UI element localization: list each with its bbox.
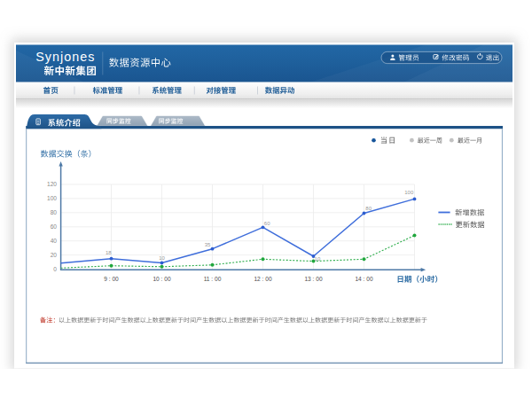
svg-text:12 : 00: 12 : 00 (254, 276, 271, 282)
svg-text:10: 10 (159, 255, 165, 261)
svg-text:80: 80 (51, 209, 58, 215)
svg-text:60: 60 (51, 223, 58, 230)
svg-text:18: 18 (106, 250, 112, 255)
svg-text:9 : 00: 9 : 00 (104, 276, 119, 282)
svg-text:120: 120 (47, 181, 57, 187)
svg-text:20: 20 (51, 252, 58, 258)
svg-text:Synjones: Synjones (35, 50, 95, 64)
svg-text:40: 40 (51, 238, 58, 244)
svg-text:0: 0 (53, 266, 57, 272)
svg-text:35: 35 (205, 242, 211, 247)
svg-text:14 : 00: 14 : 00 (355, 276, 372, 282)
svg-text:13 : 00: 13 : 00 (304, 276, 322, 282)
svg-text:100: 100 (404, 190, 414, 195)
svg-text:100: 100 (47, 195, 57, 201)
svg-text:80: 80 (365, 206, 372, 211)
svg-text:11 : 00: 11 : 00 (204, 276, 222, 282)
svg-text:10: 10 (315, 256, 321, 262)
svg-text:10 : 00: 10 : 00 (153, 276, 170, 282)
svg-text:60: 60 (264, 221, 270, 226)
